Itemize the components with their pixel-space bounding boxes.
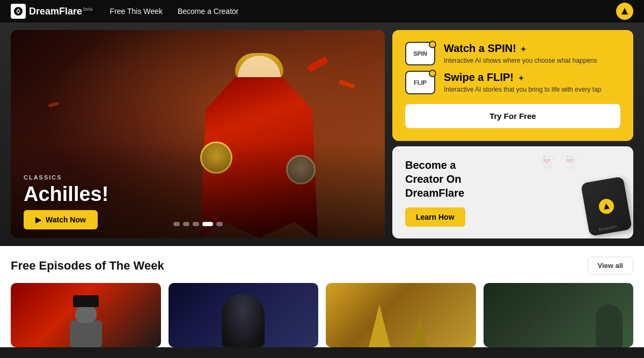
device-brand-label: DreamFl...	[598, 224, 621, 232]
thumbnail-3[interactable]	[326, 283, 476, 347]
cat-body	[70, 320, 102, 347]
profile-icon[interactable]	[616, 3, 633, 20]
cat-head	[75, 304, 97, 323]
window-figure	[596, 304, 623, 347]
creator-card: 👻 👻 Become a Creator On DreamFlare Learn…	[392, 146, 633, 238]
spin-row: SPIN Watch a SPIN! ✦ Interactive AI show…	[405, 42, 620, 65]
hero-info: CLASSICS Achilles!	[24, 174, 108, 206]
nav-right	[616, 3, 633, 20]
try-for-free-button[interactable]: Try For Free	[405, 104, 620, 128]
nav-link-free-this-week[interactable]: Free This Week	[110, 7, 163, 16]
view-all-button[interactable]: View all	[588, 257, 633, 274]
carousel-dot-4[interactable]	[202, 222, 213, 226]
carousel-dot-1[interactable]	[173, 222, 180, 226]
flip-badge: FLIP	[405, 71, 435, 94]
flip-text: Swipe a FLIP! ✦ Interactive AI stories t…	[444, 71, 601, 94]
spin-star-icon: ✦	[520, 45, 526, 54]
logo-text: DreamFlarebeta	[29, 6, 93, 17]
cone-shape-1	[369, 304, 390, 347]
cone-shape-2	[412, 315, 428, 347]
hero-category: CLASSICS	[24, 174, 108, 181]
device-logo-icon	[598, 198, 615, 215]
logo-icon	[11, 4, 26, 19]
flip-title: Swipe a FLIP! ✦	[444, 71, 601, 84]
thumbnail-1[interactable]	[11, 283, 161, 347]
svg-marker-3	[603, 203, 610, 210]
flip-star-icon: ✦	[518, 74, 524, 83]
logo[interactable]: DreamFlarebeta	[11, 4, 93, 19]
thumbnail-grid	[11, 283, 633, 347]
thumbnail-2[interactable]	[169, 283, 319, 347]
learn-how-button[interactable]: Learn How	[405, 207, 465, 227]
main-content: CLASSICS Achilles! ▶ Watch Now SPIN	[0, 23, 644, 246]
spin-text: Watch a SPIN! ✦ Interactive AI shows whe…	[444, 42, 597, 65]
spin-badge: SPIN	[405, 42, 435, 65]
spin-description: Interactive AI shows where you choose wh…	[444, 56, 597, 65]
navbar: DreamFlarebeta Free This Week Become a C…	[0, 0, 644, 23]
nav-links: Free This Week Become a Creator	[110, 6, 599, 16]
section-title: Free Episodes of The Week	[11, 259, 164, 273]
flip-description: Interactive AI stories that you bring to…	[444, 85, 601, 94]
ghost-decoration: 👻 👻	[538, 152, 580, 169]
flip-row: FLIP Swipe a FLIP! ✦ Interactive AI stor…	[405, 71, 620, 94]
cat-hat	[73, 295, 99, 307]
carousel-dot-3[interactable]	[193, 222, 199, 226]
spin-flip-card: SPIN Watch a SPIN! ✦ Interactive AI show…	[392, 30, 633, 141]
hero-title: Achilles!	[24, 183, 108, 206]
carousel-dot-2[interactable]	[183, 222, 189, 226]
carousel-dots	[173, 222, 223, 226]
spin-title: Watch a SPIN! ✦	[444, 42, 597, 55]
dark-figure	[222, 294, 265, 347]
svg-marker-2	[621, 8, 628, 14]
creator-device: DreamFl...	[581, 176, 632, 236]
play-icon: ▶	[35, 215, 41, 224]
section-header: Free Episodes of The Week View all	[11, 257, 633, 274]
creator-card-title: Become a Creator On DreamFlare	[405, 158, 491, 200]
carousel-dot-5[interactable]	[216, 222, 223, 226]
svg-point-1	[17, 10, 19, 12]
thumbnail-4[interactable]	[484, 283, 634, 347]
bottom-section: Free Episodes of The Week View all	[0, 246, 644, 347]
nav-link-become-creator[interactable]: Become a Creator	[178, 7, 239, 16]
hero-banner: CLASSICS Achilles! ▶ Watch Now	[11, 30, 385, 238]
right-panel: SPIN Watch a SPIN! ✦ Interactive AI show…	[392, 30, 633, 238]
watch-now-button[interactable]: ▶ Watch Now	[24, 210, 98, 229]
